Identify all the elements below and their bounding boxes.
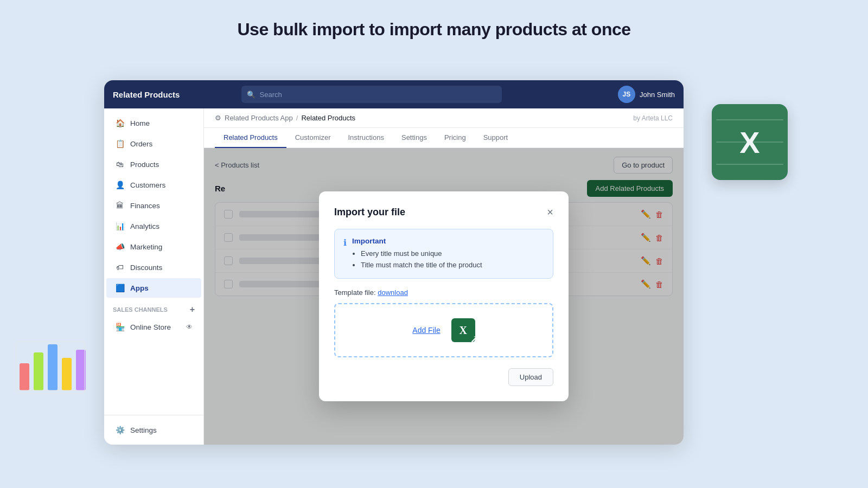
settings-icon: ⚙️ xyxy=(115,425,125,435)
info-item-1: Every title must be unique xyxy=(361,248,482,260)
decorative-chart xyxy=(15,331,86,401)
template-line: Template file: download xyxy=(334,288,553,297)
sidebar-bottom: ⚙️ Settings xyxy=(104,415,203,445)
sidebar-item-orders[interactable]: 📋 Orders xyxy=(106,134,201,153)
sales-channels-label: Sales channels xyxy=(113,306,168,313)
sidebar-item-discounts[interactable]: 🏷 Discounts xyxy=(106,258,201,277)
sidebar-label-settings: Settings xyxy=(130,426,157,434)
svg-rect-1 xyxy=(34,352,43,390)
breadcrumb-bar: ⚙ Related Products App / Related Product… xyxy=(204,108,684,128)
sidebar-label-orders: Orders xyxy=(130,140,152,148)
modal-backdrop[interactable]: Import your file × ℹ Important Every tit… xyxy=(204,148,684,445)
online-store-icon: 🏪 xyxy=(115,322,125,332)
tab-support[interactable]: Support xyxy=(475,128,517,148)
user-area: JS John Smith xyxy=(618,86,675,103)
customers-icon: 👤 xyxy=(115,180,125,190)
tab-pricing[interactable]: Pricing xyxy=(436,128,475,148)
marketing-icon: 📣 xyxy=(115,242,125,252)
main-content: ⚙ Related Products App / Related Product… xyxy=(204,108,684,445)
svg-rect-2 xyxy=(48,344,58,390)
sidebar-item-finances[interactable]: 🏛 Finances xyxy=(106,196,201,215)
avatar: JS xyxy=(618,86,635,103)
svg-rect-4 xyxy=(76,350,86,390)
orders-icon: 📋 xyxy=(115,139,125,149)
breadcrumb-separator: / xyxy=(296,114,298,122)
sidebar-label-customers: Customers xyxy=(130,181,165,189)
products-icon: 🛍 xyxy=(115,159,125,169)
sidebar-item-marketing[interactable]: 📣 Marketing xyxy=(106,237,201,256)
search-placeholder: Search xyxy=(260,91,282,99)
search-icon: 🔍 xyxy=(247,91,256,99)
sidebar-label-online-store: Online Store xyxy=(130,323,171,331)
info-icon: ℹ xyxy=(343,237,347,271)
sidebar-label-finances: Finances xyxy=(130,202,160,210)
app-body: 🏠 Home 📋 Orders 🛍 Products 👤 Customers 🏛… xyxy=(104,108,684,445)
modal-close-button[interactable]: × xyxy=(547,207,553,217)
info-item-2: Title must match the title of the produc… xyxy=(361,260,482,271)
decorative-excel-icon: X xyxy=(712,104,788,180)
info-title: Important xyxy=(352,237,482,245)
add-sales-channel-icon[interactable]: + xyxy=(190,305,195,314)
sidebar-item-apps[interactable]: 🟦 Apps xyxy=(106,278,201,298)
user-name: John Smith xyxy=(640,91,675,99)
template-download-link[interactable]: download xyxy=(378,288,408,297)
sidebar-label-home: Home xyxy=(130,119,150,127)
tab-settings[interactable]: Settings xyxy=(393,128,436,148)
sidebar-label-analytics: Analytics xyxy=(130,222,159,230)
modal-footer: Upload xyxy=(334,368,553,386)
cursor-icon: ↗ xyxy=(470,333,478,345)
info-content: Important Every title must be unique Tit… xyxy=(352,237,482,271)
app-title: Related Products xyxy=(113,90,180,99)
sidebar-label-discounts: Discounts xyxy=(130,264,162,272)
tabs: Related Products Customizer Instructions… xyxy=(204,128,684,148)
breadcrumb-icon: ⚙ xyxy=(215,114,221,122)
sidebar-item-customers[interactable]: 👤 Customers xyxy=(106,175,201,195)
info-box: ℹ Important Every title must be unique T… xyxy=(334,229,553,279)
file-drop-zone[interactable]: Add File X ↗ xyxy=(334,303,553,357)
home-icon: 🏠 xyxy=(115,118,125,128)
sidebar-label-marketing: Marketing xyxy=(130,243,162,251)
info-list: Every title must be unique Title must ma… xyxy=(352,248,482,271)
sidebar-label-products: Products xyxy=(130,160,159,169)
analytics-icon: 📊 xyxy=(115,221,125,231)
app-window: Related Products 🔍 Search JS John Smith … xyxy=(104,80,684,445)
apps-icon: 🟦 xyxy=(115,283,125,293)
tab-related-products[interactable]: Related Products xyxy=(215,128,286,148)
upload-button[interactable]: Upload xyxy=(508,368,553,386)
sidebar-label-apps: Apps xyxy=(130,284,149,292)
template-label: Template file: xyxy=(334,288,376,297)
import-modal: Import your file × ℹ Important Every tit… xyxy=(319,191,569,402)
sales-channels-section: Sales channels + xyxy=(104,298,203,317)
tab-instructions[interactable]: Instructions xyxy=(339,128,392,148)
tab-customizer[interactable]: Customizer xyxy=(286,128,340,148)
add-file-label[interactable]: Add File xyxy=(412,326,440,335)
svg-rect-0 xyxy=(20,363,29,390)
breadcrumb: ⚙ Related Products App / Related Product… xyxy=(215,114,355,122)
sidebar-item-home[interactable]: 🏠 Home xyxy=(106,113,201,133)
search-bar[interactable]: 🔍 Search xyxy=(241,86,502,103)
discounts-icon: 🏷 xyxy=(115,262,125,272)
modal-header: Import your file × xyxy=(334,207,553,218)
modal-title: Import your file xyxy=(334,207,405,218)
sidebar-item-settings[interactable]: ⚙️ Settings xyxy=(106,420,201,440)
eye-icon[interactable]: 👁 xyxy=(186,323,193,331)
sidebar: 🏠 Home 📋 Orders 🛍 Products 👤 Customers 🏛… xyxy=(104,108,204,445)
sidebar-item-online-store[interactable]: 🏪 Online Store 👁 xyxy=(106,317,201,337)
sidebar-item-analytics[interactable]: 📊 Analytics xyxy=(106,216,201,236)
sidebar-item-products[interactable]: 🛍 Products xyxy=(106,155,201,174)
content-area: < Products list Go to product Re Add Rel… xyxy=(204,148,684,445)
excel-file-icon: X ↗ xyxy=(451,318,475,342)
svg-rect-3 xyxy=(62,358,72,390)
breadcrumb-current: Related Products xyxy=(301,114,355,122)
finances-icon: 🏛 xyxy=(115,201,125,210)
breadcrumb-app[interactable]: Related Products App xyxy=(225,114,293,122)
by-label: by Arteta LLC xyxy=(633,114,673,122)
page-heading: Use bulk import to import many products … xyxy=(0,0,868,40)
top-nav: Related Products 🔍 Search JS John Smith xyxy=(104,80,684,108)
